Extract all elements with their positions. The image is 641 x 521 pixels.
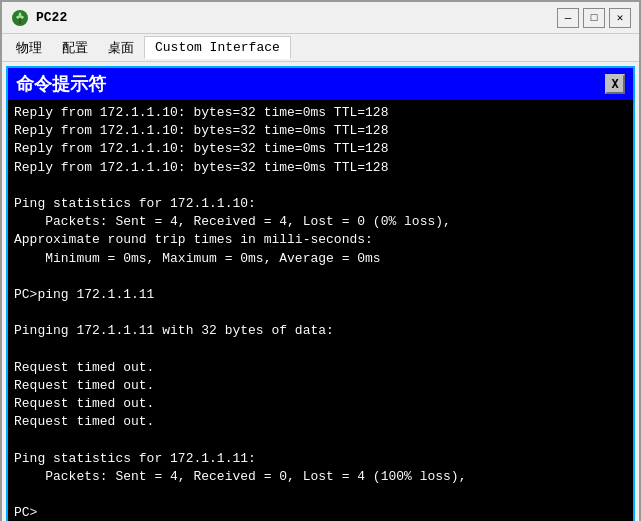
menu-item-config[interactable]: 配置	[52, 35, 98, 61]
title-bar-controls: — □ ✕	[557, 8, 631, 28]
content-area: 命令提示符 X Reply from 172.1.1.10: bytes=32 …	[2, 62, 639, 521]
cmd-window: 命令提示符 X Reply from 172.1.1.10: bytes=32 …	[6, 66, 635, 521]
menu-item-custom-interface[interactable]: Custom Interface	[144, 36, 291, 59]
cmd-close-button[interactable]: X	[605, 74, 625, 94]
cmd-title: 命令提示符	[16, 72, 106, 96]
window-title: PC22	[36, 10, 557, 25]
close-button[interactable]: ✕	[609, 8, 631, 28]
menu-bar: 物理 配置 桌面 Custom Interface	[2, 34, 639, 62]
minimize-button[interactable]: —	[557, 8, 579, 28]
cmd-title-bar: 命令提示符 X	[8, 68, 633, 100]
app-icon	[10, 8, 30, 28]
cmd-output[interactable]: Reply from 172.1.1.10: bytes=32 time=0ms…	[8, 100, 633, 521]
maximize-button[interactable]: □	[583, 8, 605, 28]
menu-item-physics[interactable]: 物理	[6, 35, 52, 61]
title-bar: PC22 — □ ✕	[2, 2, 639, 34]
menu-item-desktop[interactable]: 桌面	[98, 35, 144, 61]
main-window: PC22 — □ ✕ 物理 配置 桌面 Custom Interface 命令提…	[0, 0, 641, 521]
